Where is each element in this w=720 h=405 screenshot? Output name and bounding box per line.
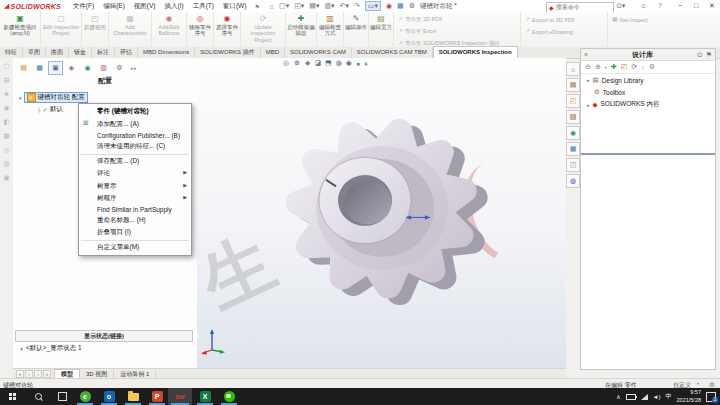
feedback-smiley-icon[interactable]: ☺ (640, 2, 647, 9)
ribbon-edit-inspection-project[interactable]: ▢ Edit Inspection Project (41, 12, 82, 47)
ribbon-add-edit-balloons[interactable]: ◉ Add/Edit Balloons (152, 12, 187, 47)
ribbon-update-inspection-project[interactable]: ⟳ Update Inspection Project (241, 12, 286, 47)
menu-collapse-items[interactable]: 折叠项目 (I) (79, 227, 191, 239)
ribbon-new-view[interactable]: ◰ 新建视图 (82, 12, 109, 47)
home-icon[interactable]: ⌂ (270, 3, 274, 10)
tab-sw-cam[interactable]: SOLIDWORKS CAM (285, 47, 352, 58)
configuration-root-row[interactable]: ▾ ≡ 键槽对齿轮 配置 (19, 92, 88, 103)
design-library-node[interactable]: ▸ ▤ Design Library (581, 74, 715, 86)
menu-insert[interactable]: 插入(I) (164, 2, 183, 11)
command-search-input[interactable] (556, 4, 606, 10)
view-orientation-icon[interactable]: ⬒▾ (325, 59, 331, 67)
taskbar-search-button[interactable] (28, 388, 48, 405)
tab-sw-inspection[interactable]: SOLIDWORKS Inspection (433, 46, 518, 58)
cam-tab-icon[interactable]: ⚙ (112, 61, 127, 75)
print-icon[interactable]: ▥▾ (324, 2, 334, 10)
toolbar-icon-5[interactable]: ◧ (3, 118, 9, 126)
file-properties-icon[interactable]: ▦ (397, 2, 404, 10)
tab-scroll-buttons[interactable]: « ‹ › » (16, 370, 51, 378)
scroll-first-icon[interactable]: « (16, 370, 24, 378)
export-2d-pdf[interactable]: ↗ 导出至 2D PDF (398, 15, 516, 24)
display-state-item[interactable]: ◑ <默认>_显示状态 1 (19, 344, 82, 353)
toolbar-icon-6[interactable]: ▦ (3, 132, 9, 140)
menu-customize-menu[interactable]: 自定义菜单(M) (79, 242, 191, 254)
close-button[interactable]: ✕ (709, 2, 715, 10)
3d-content-central-tab-icon[interactable]: ◍ (566, 174, 580, 188)
ribbon-edit-operation[interactable]: ✎ 编辑操作 (344, 12, 369, 47)
toolbox-node[interactable]: ⚙ Toolbox (581, 86, 715, 98)
expand-arrow-icon[interactable]: ▸ (587, 102, 590, 108)
ribbon-remove-balloons[interactable]: ◎ 移除零件序号 (187, 12, 214, 47)
scroll-next-icon[interactable]: › (34, 370, 42, 378)
net-inspect-button[interactable]: ▦ Net-Inspect (612, 15, 668, 24)
menu-tools[interactable]: 工具(T) (193, 2, 214, 11)
ribbon-new-inspection-project[interactable]: ▣ 新建检查项目(amp;N) (0, 12, 41, 47)
taskbar-excel[interactable]: X (194, 388, 216, 405)
options-gear-icon[interactable]: ⚙ (409, 2, 415, 10)
tab-mbd-dimensions[interactable]: MBD Dimensions (138, 47, 195, 58)
apply-scene-icon[interactable]: ◐▾ (364, 60, 367, 67)
battery-icon[interactable] (626, 394, 636, 400)
propertymanager-tab-icon[interactable]: ▦ (32, 61, 47, 75)
zoom-area-icon[interactable]: ⊕ (294, 59, 300, 67)
search-magnifier-icon[interactable]: ⊙▾ (616, 2, 625, 10)
previous-view-icon[interactable]: ◈▾ (305, 59, 309, 67)
rebuild-icon[interactable]: ◉ (386, 2, 392, 10)
tab-strip-arrows[interactable]: ◂ ▸ (130, 65, 136, 71)
tab-surfaces[interactable]: 曲面 (46, 47, 69, 58)
tab-sheet-metal[interactable]: 钣金 (69, 47, 92, 58)
scroll-last-icon[interactable]: » (43, 370, 51, 378)
menu-file[interactable]: 文件(F) (73, 2, 94, 11)
select-tool-icon[interactable]: ▭▾ (365, 1, 381, 11)
edit-appearance-icon[interactable]: ●▾ (356, 60, 359, 67)
task-view-button[interactable] (52, 388, 72, 405)
refresh-icon[interactable]: ⟳ (631, 63, 637, 71)
section-view-icon[interactable]: ◪▾ (314, 59, 320, 67)
menu-window[interactable]: 窗口(W) (223, 2, 246, 11)
redo-icon[interactable]: ↷ (354, 2, 360, 10)
tab-mbd[interactable]: MBD (261, 47, 285, 58)
network-signal-icon[interactable] (641, 394, 648, 400)
toolbar-icon-9[interactable]: ▣ (3, 174, 9, 182)
notification-center-button[interactable]: 2 (706, 392, 716, 402)
toolbar-icon-1[interactable]: ▢ (3, 62, 9, 70)
collapse-arrow-icon[interactable]: ▾ (19, 95, 22, 101)
pane-splitter[interactable] (581, 153, 715, 155)
ribbon-edit-vendor[interactable]: ▤ 编辑宽方 (369, 12, 394, 47)
export-excel[interactable]: ↗ 导出至 Excel (398, 27, 516, 36)
expand-arrow-icon[interactable]: ▸ (587, 77, 590, 83)
taskbar-outlook[interactable]: o (98, 388, 120, 405)
configurationmanager-tab-icon[interactable]: ▣ (48, 61, 63, 75)
zoom-fit-icon[interactable]: ◎ (283, 59, 289, 67)
displaymanager-tab-icon[interactable]: ◉ (80, 61, 95, 75)
new-document-icon[interactable]: ▢▾ (279, 2, 289, 10)
tab-sw-cam-tbm[interactable]: SOLIDWORKS CAM TBM (352, 47, 433, 58)
menu-save-configuration[interactable]: 保存配置... (D) (79, 156, 191, 168)
restore-button[interactable]: □ (694, 2, 698, 9)
ribbon-add-characteristic[interactable]: ▦ Add Characteristic (109, 12, 152, 47)
toolbar-icon-7[interactable]: ◎ (4, 146, 10, 154)
sw-forum-tab-icon[interactable]: ◫ (566, 158, 580, 172)
menu-comments[interactable]: 评论 ▶ (79, 168, 191, 180)
undo-icon[interactable]: ↶▾ (340, 2, 349, 10)
solidworks-content-node[interactable]: ▸ ◆ SOLIDWORKS 内容 (581, 98, 715, 111)
configuration-root-selected[interactable]: ≡ 键槽对齿轮 配置 (24, 92, 88, 103)
taskbar-powerpoint[interactable]: P (146, 388, 168, 405)
menu-configuration-publisher[interactable]: Configuration Publisher... (B) (79, 130, 191, 140)
menu-add-configuration[interactable]: ⊞ 添加配置... (A) (79, 118, 191, 130)
auto-show-icon[interactable]: ⊙ (697, 51, 703, 59)
minimize-button[interactable]: − (678, 2, 682, 9)
tab-features[interactable]: 特征 (0, 47, 23, 58)
menu-purge-unused-features[interactable]: 清理未使用的特征... (C) (79, 140, 191, 152)
toolbox-config-icon[interactable]: ⚙ (649, 63, 655, 71)
sprocket-model[interactable] (250, 96, 514, 324)
taskbar-file-explorer[interactable] (122, 388, 144, 405)
inspection-tab-icon[interactable]: ▥ (96, 61, 111, 75)
menu-rename-title[interactable]: 重命名标题... (H) (79, 215, 191, 227)
export-edrawing[interactable]: ↗ Export eDrawing (525, 27, 603, 36)
graphics-viewport[interactable]: ◎ ⊕ ◈▾ ◪▾ ⬒▾ ◍▾ ◉▾ ●▾ ◐▾ 生 科技 ✦ (197, 58, 566, 368)
save-icon[interactable]: ▤▾ (309, 2, 319, 10)
toolbar-icon-3[interactable]: ◈ (4, 90, 9, 98)
taskbar-wechat[interactable] (218, 388, 240, 405)
home-tab-icon[interactable]: ⌂ (566, 62, 580, 76)
